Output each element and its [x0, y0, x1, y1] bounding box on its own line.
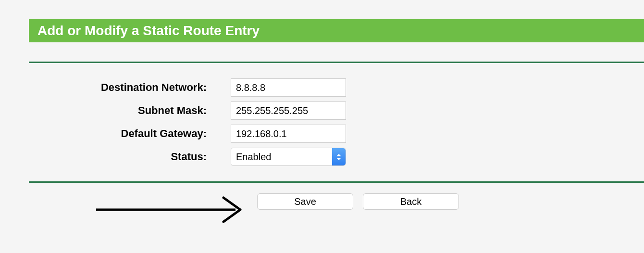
subnet-mask-label: Subnet Mask: [29, 104, 231, 117]
subnet-mask-input[interactable] [231, 101, 346, 120]
status-select[interactable]: Enabled [231, 148, 346, 166]
back-button[interactable]: Back [363, 193, 459, 210]
default-gateway-label: Default Gateway: [29, 127, 231, 140]
form-area: Destination Network: Subnet Mask: Defaul… [29, 62, 644, 183]
default-gateway-input[interactable] [231, 125, 346, 143]
status-label: Status: [29, 151, 231, 163]
destination-network-input[interactable] [231, 78, 346, 97]
page-title: Add or Modify a Static Route Entry [29, 19, 644, 42]
save-button[interactable]: Save [257, 193, 353, 210]
destination-network-label: Destination Network: [29, 81, 231, 94]
arrow-icon [91, 193, 250, 227]
